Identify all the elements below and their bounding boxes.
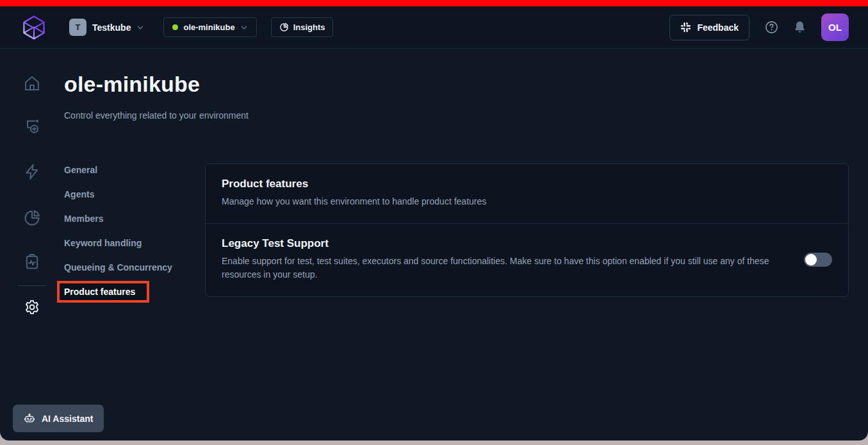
testkube-logo-icon[interactable]: [19, 13, 49, 42]
help-button[interactable]: [765, 21, 778, 34]
sidebar-item-insights[interactable]: [22, 208, 42, 228]
bell-icon: [794, 21, 806, 34]
sidebar-item-settings[interactable]: [22, 298, 42, 317]
section-title: Legacy Test Support: [222, 237, 778, 250]
ai-assistant-label: AI Assistant: [42, 414, 93, 424]
add-test-icon: [23, 117, 41, 135]
org-avatar: T: [69, 19, 86, 36]
app-window: T Testkube ole-minikube Insights: [0, 0, 868, 441]
insights-button[interactable]: Insights: [271, 17, 334, 37]
section-product-features: Product features Manage how you want thi…: [206, 164, 848, 223]
settings-nav-item-queueing-concurrency[interactable]: Queueing & Concurrency: [64, 255, 205, 280]
ai-assistant-button[interactable]: AI Assistant: [13, 405, 104, 432]
sidebar-item-monitoring[interactable]: [22, 252, 42, 271]
settings-nav-item-members[interactable]: Members: [64, 206, 205, 231]
clipboard-pulse-icon: [23, 253, 41, 271]
settings-nav: General Agents Members Keyword handling …: [64, 158, 205, 304]
environment-selector[interactable]: ole-minikube: [163, 17, 256, 37]
feedback-label: Feedback: [697, 22, 739, 33]
section-title: Product features: [222, 178, 832, 190]
top-header: T Testkube ole-minikube Insights: [0, 6, 868, 49]
insights-label: Insights: [293, 22, 325, 32]
product-features-card: Product features Manage how you want thi…: [205, 164, 849, 297]
chevron-down-icon: [240, 24, 248, 31]
settings-nav-item-general[interactable]: General: [64, 158, 205, 182]
section-description: Manage how you want this environment to …: [222, 195, 832, 208]
environment-name: ole-minikube: [183, 22, 234, 32]
sidebar-item-add-test[interactable]: [22, 117, 42, 136]
home-icon: [23, 74, 41, 92]
slack-icon: [680, 22, 691, 33]
sidebar-divider: [18, 285, 46, 286]
org-switcher[interactable]: T Testkube: [69, 19, 144, 36]
settings-nav-item-agents[interactable]: Agents: [64, 182, 205, 206]
sidebar-item-home[interactable]: [22, 74, 42, 93]
toggle-knob: [805, 254, 817, 265]
org-name: Testkube: [92, 22, 131, 33]
env-status-dot-icon: [172, 24, 178, 30]
gear-icon: [23, 298, 41, 316]
lightning-icon: [23, 163, 41, 181]
sidebar-item-triggers[interactable]: [22, 162, 42, 181]
chevron-down-icon: [136, 24, 144, 31]
pie-chart-icon: [279, 22, 289, 32]
section-description: Enable support for test, test suites, ex…: [222, 255, 778, 281]
settings-nav-item-product-features[interactable]: Product features: [64, 280, 205, 304]
page-title: ole-minikube: [64, 72, 200, 97]
robot-icon: [24, 413, 35, 424]
feedback-button[interactable]: Feedback: [669, 15, 749, 40]
legacy-test-support-toggle[interactable]: [804, 253, 832, 267]
sidebar-icon-rail: [0, 49, 64, 441]
user-avatar[interactable]: OL: [821, 13, 849, 41]
pie-chart-icon: [23, 209, 41, 227]
help-circle-icon: [765, 21, 778, 34]
top-red-bar: [0, 0, 868, 6]
page-subtitle: Control everything related to your envir…: [64, 110, 249, 121]
section-legacy-test-support: Legacy Test Support Enable support for t…: [206, 223, 848, 296]
notifications-button[interactable]: [794, 21, 806, 34]
header-right-group: Feedback OL: [669, 13, 849, 41]
settings-nav-item-keyword-handling[interactable]: Keyword handling: [64, 231, 205, 255]
